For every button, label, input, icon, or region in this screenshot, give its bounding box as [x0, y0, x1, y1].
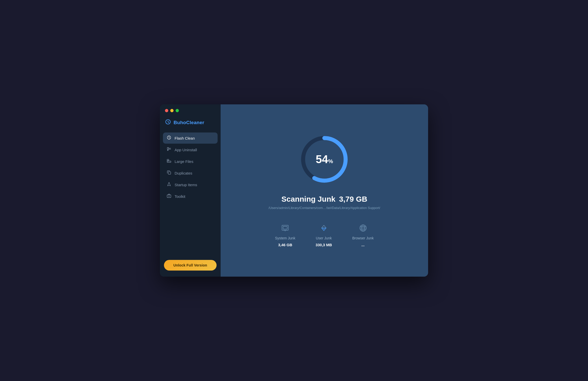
main-content: 54% Scanning Junk 3,79 GB /Users/admin/L… — [221, 104, 428, 277]
minimize-button[interactable] — [170, 109, 174, 112]
svg-rect-8 — [283, 226, 287, 229]
app-uninstall-label: App Uninstall — [175, 148, 197, 152]
unlock-full-version-button[interactable]: Unlock Full Version — [164, 260, 217, 271]
toolkit-icon — [166, 194, 172, 199]
browser-junk-label: Browser Junk — [352, 236, 374, 240]
sidebar-item-startup-items[interactable]: Startup Items — [163, 179, 218, 190]
browser-junk-value: ... — [361, 243, 365, 247]
progress-ring-container: 54% — [299, 134, 350, 185]
stats-row: System Junk 3,46 GB User Junk 330,3 MB — [275, 222, 374, 247]
svg-rect-0 — [167, 147, 169, 149]
progress-center: 54% — [316, 153, 333, 166]
stat-browser-junk: Browser Junk ... — [352, 222, 374, 247]
user-junk-icon — [318, 222, 329, 234]
sidebar-item-app-uninstall[interactable]: App Uninstall — [163, 144, 218, 155]
toolkit-label: Toolkit — [175, 194, 185, 199]
nav-list: Flash Clean App Uninstall — [160, 132, 221, 256]
svg-rect-1 — [167, 159, 169, 161]
titlebar — [160, 104, 221, 115]
app-window: BuhoCleaner Flash Clean — [160, 104, 428, 277]
duplicates-label: Duplicates — [175, 171, 192, 175]
scanning-path: /Users/admin/Library/Containers/com....f… — [268, 206, 380, 210]
sidebar-item-toolkit[interactable]: Toolkit — [163, 191, 218, 202]
duplicates-icon — [166, 170, 172, 176]
large-files-icon — [166, 159, 172, 164]
user-junk-label: User Junk — [316, 236, 332, 240]
app-title: BuhoCleaner — [174, 120, 204, 125]
progress-symbol: % — [328, 158, 333, 164]
stat-system-junk: System Junk 3,46 GB — [275, 222, 295, 247]
system-junk-label: System Junk — [275, 236, 295, 240]
stat-user-junk: User Junk 330,3 MB — [316, 222, 332, 247]
system-junk-icon — [280, 222, 291, 234]
flash-clean-label: Flash Clean — [175, 136, 195, 140]
startup-items-icon — [166, 182, 172, 187]
user-junk-value: 330,3 MB — [316, 243, 332, 247]
svg-rect-3 — [168, 172, 171, 174]
startup-items-label: Startup Items — [175, 183, 197, 187]
scanning-title: Scanning Junk 3,79 GB — [281, 195, 367, 203]
svg-rect-7 — [282, 225, 288, 230]
sidebar-item-large-files[interactable]: Large Files — [163, 156, 218, 167]
system-junk-value: 3,46 GB — [278, 243, 292, 247]
flash-clean-icon — [166, 135, 172, 141]
sidebar-item-flash-clean[interactable]: Flash Clean — [163, 132, 218, 144]
svg-rect-2 — [167, 161, 171, 162]
logo-icon — [165, 119, 171, 126]
large-files-label: Large Files — [175, 159, 193, 164]
logo-area: BuhoCleaner — [160, 115, 221, 132]
sidebar-item-duplicates[interactable]: Duplicates — [163, 167, 218, 179]
close-button[interactable] — [165, 109, 168, 112]
progress-value: 54 — [316, 153, 328, 165]
sidebar: BuhoCleaner Flash Clean — [160, 104, 221, 277]
browser-junk-icon — [358, 222, 369, 234]
maximize-button[interactable] — [176, 109, 179, 112]
app-uninstall-icon — [166, 147, 172, 153]
